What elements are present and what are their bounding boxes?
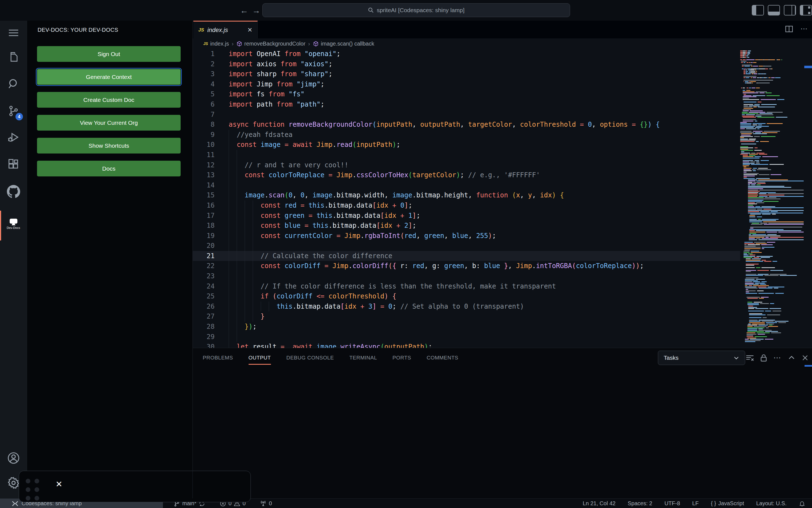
language-status[interactable]: { }JavaScript bbox=[711, 500, 744, 507]
code-editor[interactable]: 1import OpenAI from "openai";2import axi… bbox=[193, 49, 740, 348]
line-number: 21 bbox=[193, 251, 215, 261]
github-icon[interactable] bbox=[0, 179, 27, 204]
encoding-status[interactable]: UTF-8 bbox=[664, 500, 680, 507]
breadcrumb-item[interactable]: removeBackgroundColor bbox=[236, 41, 306, 47]
line-number: 10 bbox=[193, 140, 215, 150]
tab-label: index.js bbox=[207, 27, 228, 34]
panel-tab-comments[interactable]: COMMENTS bbox=[427, 355, 458, 362]
sidebar-button-create-custom-doc[interactable]: Create Custom Doc bbox=[37, 92, 180, 108]
indentation-status[interactable]: Spaces: 2 bbox=[628, 500, 652, 507]
code-line: 2import axios from "axios"; bbox=[193, 59, 740, 69]
panel-more-actions-icon[interactable]: ⋯ bbox=[773, 353, 782, 362]
toggle-panel-icon[interactable] bbox=[768, 5, 780, 15]
search-icon[interactable] bbox=[0, 72, 27, 96]
extensions-icon[interactable] bbox=[0, 153, 27, 177]
ports-count: 0 bbox=[269, 500, 272, 507]
command-center-search[interactable]: spriteAI [Codespaces: shiny lamp] bbox=[262, 3, 570, 17]
eol-status[interactable]: LF bbox=[692, 500, 698, 507]
code-line: 18const blue = this.bitmap.data[idx + 2]… bbox=[193, 221, 740, 231]
lock-icon[interactable] bbox=[760, 354, 767, 362]
layout-status[interactable]: Layout: U.S. bbox=[756, 500, 786, 507]
breadcrumb-separator: › bbox=[232, 41, 234, 47]
run-debug-icon[interactable] bbox=[0, 125, 27, 150]
tab-indexjs[interactable]: JS index.js ✕ bbox=[193, 21, 258, 38]
sidebar-button-view-your-current-org[interactable]: View Your Current Org bbox=[37, 115, 180, 131]
panel-tab-output[interactable]: OUTPUT bbox=[249, 355, 271, 362]
code-line: 27} bbox=[193, 311, 740, 322]
remote-icon bbox=[11, 500, 18, 507]
forward-icon[interactable]: → bbox=[251, 5, 261, 15]
line-number: 14 bbox=[193, 180, 215, 190]
dev-docs-icon[interactable]: Dev-Docs bbox=[0, 212, 27, 236]
panel-tab-debug-console[interactable]: DEBUG CONSOLE bbox=[286, 355, 334, 362]
title-bar: ← → spriteAI [Codespaces: shiny lamp] bbox=[0, 0, 812, 21]
code-line: 9//yeah fdsatea bbox=[193, 130, 740, 140]
code-line: 12// r and t are very cool!! bbox=[193, 160, 740, 170]
explorer-icon[interactable] bbox=[0, 45, 27, 69]
code-line: 26this.bitmap.data[idx + 3] = 0; // Set … bbox=[193, 301, 740, 312]
back-icon[interactable]: ← bbox=[239, 5, 249, 15]
chevron-down-icon bbox=[733, 355, 739, 361]
ports-status[interactable]: 0 bbox=[260, 500, 272, 507]
line-number: 11 bbox=[193, 150, 215, 160]
panel-scroll-indicator bbox=[805, 365, 812, 367]
close-panel-icon[interactable] bbox=[802, 354, 809, 362]
sidebar-editor-divider[interactable] bbox=[193, 21, 193, 498]
code-line: 13const colorToReplace = Jimp.cssColorTo… bbox=[193, 170, 740, 180]
bell-icon[interactable] bbox=[799, 500, 805, 507]
line-number: 23 bbox=[193, 271, 215, 281]
line-number: 16 bbox=[193, 201, 215, 211]
line-number: 4 bbox=[193, 79, 215, 89]
code-line: 14 bbox=[193, 180, 740, 190]
code-line: 1import OpenAI from "openai"; bbox=[193, 49, 740, 59]
clear-output-icon[interactable] bbox=[746, 354, 754, 362]
sidebar-button-docs[interactable]: Docs bbox=[37, 161, 180, 176]
cursor-position[interactable]: Ln 21, Col 42 bbox=[583, 500, 616, 507]
radio-tower-icon bbox=[260, 500, 267, 507]
sidebar-button-show-shortcuts[interactable]: Show Shortcuts bbox=[37, 138, 180, 154]
line-number: 17 bbox=[193, 211, 215, 221]
code-line: 23 bbox=[193, 271, 740, 281]
code-line: 16const red = this.bitmap.data[idx + 0]; bbox=[193, 201, 740, 211]
minimap[interactable] bbox=[740, 49, 804, 348]
toggle-secondary-sidebar-icon[interactable] bbox=[784, 5, 796, 15]
breadcrumb-item[interactable]: image.scan() callback bbox=[313, 41, 374, 47]
editor-more-actions-icon[interactable]: ⋯ bbox=[800, 25, 808, 33]
code-line: 4import Jimp from "jimp"; bbox=[193, 79, 740, 89]
sidebar-button-generate-context[interactable]: Generate Context bbox=[37, 69, 180, 85]
panel-tab-terminal[interactable]: TERMINAL bbox=[350, 355, 377, 362]
line-number: 2 bbox=[193, 59, 215, 69]
line-number: 24 bbox=[193, 281, 215, 292]
sidebar-title: DEV-DOCS: YOUR DEV-DOCS bbox=[38, 27, 118, 33]
line-number: 29 bbox=[193, 332, 215, 342]
notification-close-icon[interactable]: ✕ bbox=[55, 479, 63, 489]
split-editor-icon[interactable] bbox=[785, 25, 793, 33]
code-line: 15image.scan(0, 0, image.bitmap.width, i… bbox=[193, 190, 740, 201]
sidebar-button-sign-out[interactable]: Sign Out bbox=[37, 46, 180, 62]
code-line: 29 bbox=[193, 332, 740, 342]
line-number: 25 bbox=[193, 291, 215, 301]
accounts-icon[interactable] bbox=[0, 446, 27, 470]
panel-tab-problems[interactable]: PROBLEMS bbox=[203, 355, 233, 362]
code-line: 20 bbox=[193, 241, 740, 251]
output-channel-dropdown[interactable]: Tasks bbox=[658, 351, 745, 365]
layout-controls bbox=[752, 5, 812, 15]
panel-tab-ports[interactable]: PORTS bbox=[393, 355, 411, 362]
code-line: 28}); bbox=[193, 322, 740, 332]
code-line: 8async function removeBackgroundColor(in… bbox=[193, 120, 740, 130]
braces-icon: { } bbox=[711, 500, 716, 507]
breadcrumb-item[interactable]: JSindex.js bbox=[203, 41, 229, 47]
source-control-icon[interactable]: 4 bbox=[0, 99, 27, 123]
line-number: 12 bbox=[193, 160, 215, 170]
scm-badge: 4 bbox=[15, 113, 23, 120]
activity-bar: 4 Dev-Docs bbox=[0, 21, 27, 498]
menu-icon[interactable] bbox=[0, 21, 27, 45]
breadcrumb: JSindex.js›removeBackgroundColor›image.s… bbox=[193, 38, 812, 49]
customize-layout-icon[interactable] bbox=[800, 5, 812, 15]
code-line: 24// If the color difference is less tha… bbox=[193, 281, 740, 292]
maximize-panel-icon[interactable] bbox=[788, 354, 796, 362]
command-center-text: spriteAI [Codespaces: shiny lamp] bbox=[377, 7, 464, 13]
tab-close-icon[interactable]: ✕ bbox=[247, 27, 252, 34]
toggle-sidebar-icon[interactable] bbox=[752, 5, 764, 15]
code-line: 6import path from "path"; bbox=[193, 99, 740, 110]
